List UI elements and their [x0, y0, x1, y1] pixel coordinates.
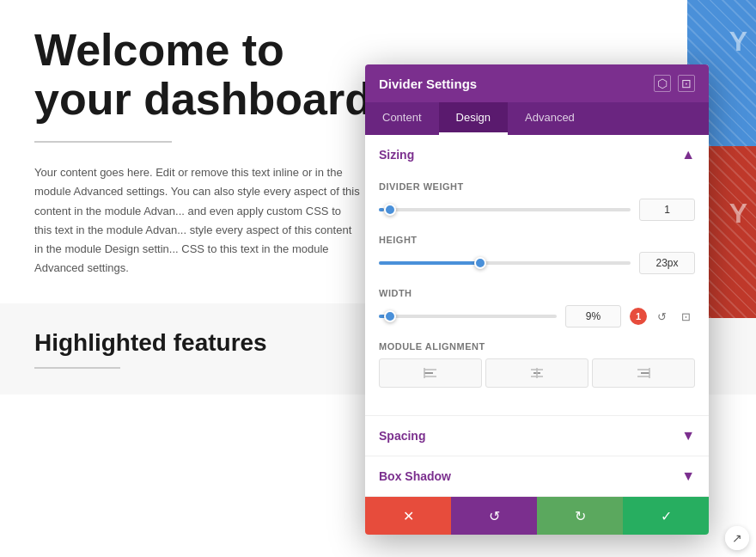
corner-help-button[interactable]: ↗ — [725, 526, 749, 550]
sizing-section-body: Divider Weight Height — [365, 174, 709, 415]
divider-weight-controls — [379, 199, 695, 221]
hero-divider — [34, 141, 172, 143]
spacing-chevron-icon: ▼ — [681, 428, 695, 444]
expand-icon[interactable]: ⬡ — [654, 75, 671, 92]
height-input[interactable] — [639, 252, 695, 274]
box-shadow-section-header[interactable]: Box Shadow ▼ — [365, 456, 709, 496]
modal-header: Divider Settings ⬡ ⊡ — [365, 64, 709, 102]
width-slider-track[interactable] — [379, 315, 557, 318]
module-alignment-label: Module Alignment — [379, 341, 695, 352]
body-text: Your content goes here. Edit or remove t… — [34, 163, 361, 278]
tab-design[interactable]: Design — [439, 102, 508, 135]
sizing-section-title: Sizing — [379, 148, 414, 162]
align-center-button[interactable] — [485, 358, 588, 388]
modal-title: Divider Settings — [379, 77, 477, 91]
spacing-section-title: Spacing — [379, 429, 425, 443]
divider-weight-slider-track[interactable] — [379, 208, 631, 211]
right-red-y-label: Y — [729, 198, 747, 230]
box-shadow-chevron-icon: ▼ — [681, 468, 695, 484]
width-badge-label: 1 — [636, 311, 641, 321]
tab-advanced[interactable]: Advanced — [508, 102, 592, 135]
window-icon[interactable]: ⊡ — [678, 75, 695, 92]
height-slider-track[interactable] — [379, 261, 631, 265]
undo-button[interactable]: ↺ — [451, 497, 537, 535]
box-shadow-section: Box Shadow ▼ — [365, 456, 709, 497]
divider-weight-input[interactable] — [639, 199, 695, 221]
width-reset-icon[interactable]: ↺ — [652, 307, 671, 326]
module-alignment-field: Module Alignment — [379, 341, 695, 388]
height-field: Height — [379, 235, 695, 274]
divider-weight-slider-thumb[interactable] — [384, 204, 396, 216]
save-button[interactable]: ✓ — [623, 497, 709, 535]
align-center-icon — [529, 367, 545, 379]
modal-footer: ✕ ↺ ↻ ✓ — [365, 497, 709, 535]
sizing-section-header[interactable]: Sizing ▲ — [365, 135, 709, 174]
height-slider-thumb[interactable] — [474, 257, 486, 269]
width-label: Width — [379, 288, 695, 298]
height-slider-fill — [379, 261, 479, 265]
modal-header-icons: ⬡ ⊡ — [654, 75, 695, 92]
align-right-button[interactable] — [592, 358, 695, 388]
width-field: Width 1 ↺ ⊡ — [379, 288, 695, 327]
modal-body: Sizing ▲ Divider Weight — [365, 135, 709, 497]
align-right-icon — [636, 367, 651, 379]
align-left-icon — [423, 367, 438, 379]
divider-weight-field: Divider Weight — [379, 181, 695, 221]
width-slider-thumb[interactable] — [384, 310, 396, 322]
spacing-section: Spacing ▼ — [365, 416, 709, 456]
divider-settings-modal: Divider Settings ⬡ ⊡ Content Design Adva… — [365, 64, 709, 535]
sizing-section: Sizing ▲ Divider Weight — [365, 135, 709, 416]
width-extra-controls: 1 ↺ ⊡ — [630, 307, 695, 326]
modal-tabs: Content Design Advanced — [365, 102, 709, 135]
width-desktop-icon[interactable]: ⊡ — [676, 307, 695, 326]
height-label: Height — [379, 235, 695, 245]
right-y-label: Y — [729, 26, 747, 58]
sizing-chevron-icon: ▲ — [681, 147, 695, 162]
spacing-section-header[interactable]: Spacing ▼ — [365, 416, 709, 456]
divider-weight-label: Divider Weight — [379, 181, 695, 192]
box-shadow-section-title: Box Shadow — [379, 469, 451, 483]
alignment-buttons — [379, 358, 695, 388]
cancel-button[interactable]: ✕ — [365, 497, 451, 535]
width-controls: 1 ↺ ⊡ — [379, 305, 695, 327]
width-input[interactable] — [565, 305, 621, 327]
tab-content[interactable]: Content — [365, 102, 439, 135]
height-controls — [379, 252, 695, 274]
width-badge: 1 — [630, 308, 647, 325]
redo-button[interactable]: ↻ — [537, 497, 623, 535]
features-divider — [34, 367, 120, 369]
align-left-button[interactable] — [379, 358, 482, 388]
